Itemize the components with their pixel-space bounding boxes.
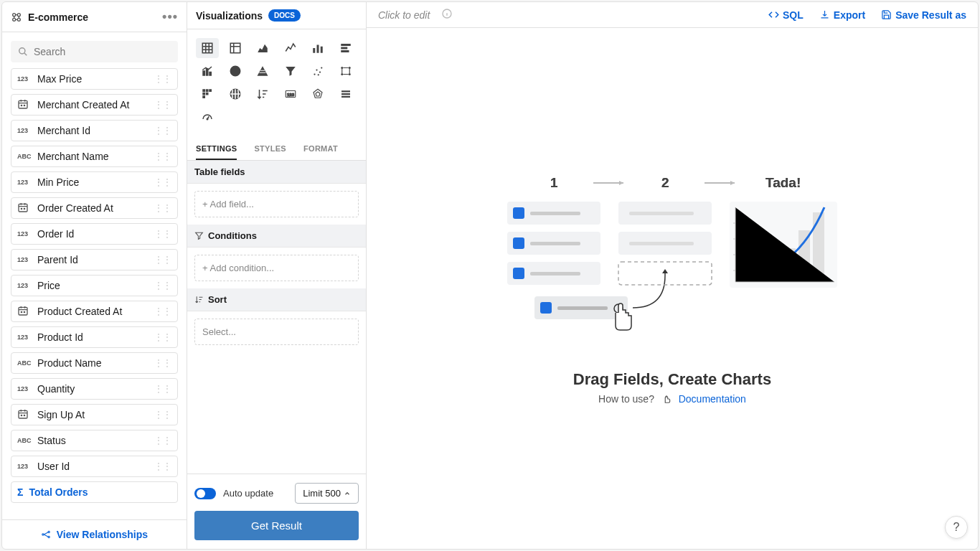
viz-line[interactable] [279,38,302,58]
sort-select-dropzone[interactable]: Select... [194,319,359,345]
visualization-panel: Visualizations DOCS 123 [187,2,367,549]
drag-handle[interactable]: ⋮⋮ [154,255,171,265]
docs-badge[interactable]: DOCS [268,9,301,22]
viz-hbar[interactable] [334,38,357,58]
save-result-button[interactable]: Save Result as [881,9,966,21]
title-editor[interactable]: Click to edit [378,9,430,21]
drag-handle[interactable]: ⋮⋮ [154,203,171,213]
drag-handle[interactable]: ⋮⋮ [154,74,171,84]
relationship-icon [41,529,51,540]
field-item[interactable]: 123Product Id⋮⋮ [11,326,178,348]
viz-pivot[interactable] [224,38,247,58]
download-icon [819,9,830,20]
viz-pie[interactable] [224,61,247,81]
svg-rect-45 [202,95,205,98]
field-item[interactable]: 123Price⋮⋮ [11,275,178,296]
viz-geo[interactable] [224,84,247,104]
field-item[interactable]: 123Merchant Id⋮⋮ [11,120,178,141]
search-input-wrapper[interactable] [11,41,178,62]
field-item[interactable]: 123User Id⋮⋮ [11,456,178,477]
field-item[interactable]: 123Parent Id⋮⋮ [11,249,178,270]
drag-handle[interactable]: ⋮⋮ [154,435,171,446]
number-type-icon: 123 [17,179,36,186]
sql-button[interactable]: SQL [768,9,804,21]
viz-area[interactable] [251,38,274,58]
help-button[interactable]: ? [945,516,968,539]
field-label: Quantity [37,383,75,395]
viz-combo[interactable] [196,61,219,81]
field-item[interactable]: Merchant Created At⋮⋮ [11,94,178,116]
svg-rect-59 [530,242,580,245]
code-icon [768,9,779,20]
viz-boxplot[interactable] [334,84,357,104]
viz-radar[interactable] [306,84,329,104]
drag-handle[interactable]: ⋮⋮ [154,384,171,394]
drag-handle[interactable]: ⋮⋮ [154,332,171,342]
viz-funnel[interactable] [279,61,302,81]
viz-scatter[interactable] [306,61,329,81]
documentation-link[interactable]: Documentation [679,393,746,405]
svg-point-18 [48,531,50,532]
svg-text:123: 123 [287,93,295,97]
tab-styles[interactable]: STYLES [254,138,286,160]
drag-handle[interactable]: ⋮⋮ [154,151,171,161]
svg-rect-62 [530,272,580,276]
viz-bar[interactable] [306,38,329,58]
add-condition-dropzone[interactable]: + Add condition... [194,255,359,281]
view-relationships-button[interactable]: View Relationships [2,519,187,549]
info-icon[interactable] [441,8,453,22]
tab-settings[interactable]: SETTINGS [196,138,237,160]
svg-rect-25 [341,44,351,46]
svg-rect-58 [513,237,524,249]
svg-point-38 [349,67,351,69]
drag-handle[interactable]: ⋮⋮ [154,410,171,420]
field-label: Merchant Name [37,151,109,162]
total-orders-item[interactable]: ΣTotal Orders [11,481,178,503]
svg-point-10 [24,208,24,209]
field-label: Order Created At [37,202,113,214]
search-input[interactable] [34,46,171,57]
limit-selector[interactable]: Limit 500 [295,483,359,504]
sidebar-more-button[interactable]: ••• [162,9,178,24]
field-item[interactable]: Product Created At⋮⋮ [11,301,178,322]
viz-pyramid[interactable] [251,61,274,81]
field-item[interactable]: ABCMerchant Name⋮⋮ [11,146,178,167]
svg-text:1: 1 [550,175,558,190]
drag-handle[interactable]: ⋮⋮ [154,461,171,471]
viz-kpi[interactable]: 123 [279,84,302,104]
auto-update-toggle[interactable] [194,488,216,499]
drag-illustration: 1 2 Tada! [500,173,844,338]
viz-sankey[interactable] [334,61,357,81]
get-result-button[interactable]: Get Result [194,511,359,540]
drag-handle[interactable]: ⋮⋮ [154,281,171,291]
settings-tabs: SETTINGS STYLES FORMAT [187,138,366,161]
drag-handle[interactable]: ⋮⋮ [154,100,171,110]
field-item[interactable]: Sign Up At⋮⋮ [11,404,178,425]
field-item[interactable]: 123Order Id⋮⋮ [11,223,178,245]
field-item[interactable]: ABCProduct Name⋮⋮ [11,352,178,374]
drag-handle[interactable]: ⋮⋮ [154,126,171,136]
conditions-label: Conditions [208,230,257,241]
export-button[interactable]: Export [819,9,865,21]
drag-handle[interactable]: ⋮⋮ [154,358,171,368]
view-relationships-label: View Relationships [57,529,148,540]
drag-handle[interactable]: ⋮⋮ [154,177,171,187]
viz-gauge[interactable] [196,107,219,127]
drag-handle[interactable]: ⋮⋮ [154,306,171,316]
drag-handle[interactable]: ⋮⋮ [154,229,171,239]
svg-text:Tada!: Tada! [765,175,801,190]
field-item[interactable]: 123Quantity⋮⋮ [11,378,178,400]
tab-format[interactable]: FORMAT [303,138,338,160]
svg-rect-70 [629,242,694,245]
svg-point-36 [341,67,343,69]
add-field-dropzone[interactable]: + Add field... [194,191,359,217]
viz-table[interactable] [196,38,219,58]
field-item[interactable]: 123Min Price⋮⋮ [11,171,178,193]
viz-sort[interactable] [251,84,274,104]
viz-cohort[interactable] [196,84,219,104]
field-item[interactable]: 123Max Price⋮⋮ [11,68,178,90]
field-item[interactable]: ABCStatus⋮⋮ [11,430,178,451]
svg-rect-5 [19,100,27,108]
text-type-icon: ABC [17,153,36,160]
field-item[interactable]: Order Created At⋮⋮ [11,197,178,219]
